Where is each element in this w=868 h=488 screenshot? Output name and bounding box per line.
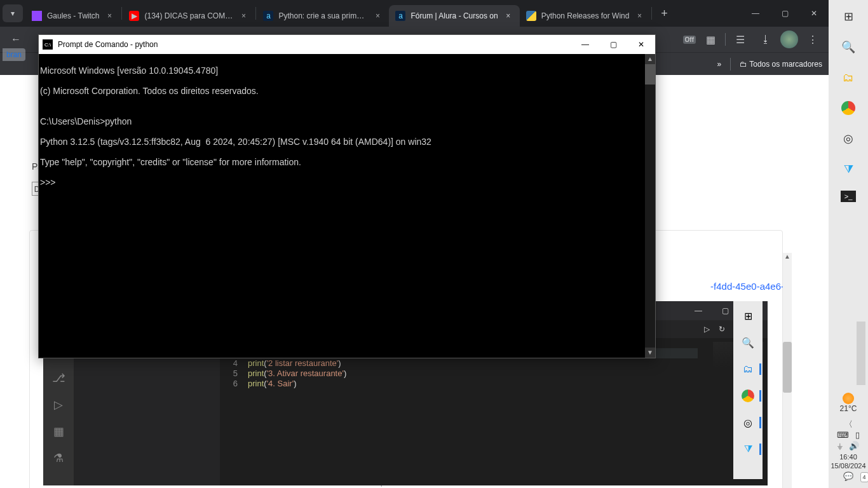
- scroll-down-icon[interactable]: ▼: [645, 348, 655, 358]
- chrome-icon[interactable]: [839, 99, 857, 117]
- folder-icon: 🗀: [740, 60, 749, 69]
- cmd-window[interactable]: C:\ Prompt de Comando - python — ▢ ✕ Mic…: [38, 34, 656, 358]
- tab-label: (134) DICAS para COMEÇ: [144, 11, 233, 20]
- file-explorer-icon[interactable]: 🗂: [839, 69, 857, 86]
- scroll-thumb[interactable]: [645, 64, 655, 85]
- minimize-button[interactable]: —: [685, 301, 712, 320]
- code-token-paren: ): [294, 379, 296, 388]
- new-tab-button[interactable]: +: [655, 4, 673, 22]
- cmd-app-icon: C:\: [43, 39, 53, 50]
- vscode-activity-bar: 🔍 ⎇ ▷ ▦ ⚗: [43, 338, 74, 485]
- extensions-icon[interactable]: ▦: [53, 424, 64, 438]
- run-debug-icon[interactable]: ▷: [54, 398, 63, 412]
- input-lang-icon[interactable]: ⌨: [837, 431, 849, 440]
- browser-tab-2[interactable]: a Python: crie a sua primeira ×: [257, 5, 389, 27]
- code-token-fn: print: [248, 369, 264, 378]
- run-icon[interactable]: ▷: [704, 325, 710, 334]
- maximize-button[interactable]: ▢: [599, 35, 627, 54]
- weather-widget[interactable]: 21°C: [840, 393, 857, 413]
- vscode-icon[interactable]: ⧩: [740, 441, 756, 458]
- alura-icon: a: [395, 11, 405, 21]
- downloads-icon[interactable]: ⭳: [755, 29, 776, 50]
- browser-tab-0[interactable]: Gaules - Twitch ×: [25, 5, 121, 27]
- taskbar-scroll[interactable]: [857, 322, 865, 385]
- close-icon[interactable]: ×: [238, 11, 248, 20]
- start-icon[interactable]: ⊞: [839, 8, 857, 25]
- back-button[interactable]: ←: [5, 29, 27, 50]
- cmd-line: Python 3.12.5 (tags/v3.12.5:ff3bc82, Aug…: [40, 137, 654, 147]
- maximize-button[interactable]: ▢: [770, 0, 799, 27]
- alura-icon: a: [263, 11, 273, 21]
- notifications-icon[interactable]: 💬: [843, 472, 853, 481]
- cmd-scrollbar[interactable]: ▲ ▼: [645, 54, 655, 358]
- scroll-up-icon[interactable]: ▲: [645, 54, 655, 64]
- vscode-icon[interactable]: ⧩: [839, 160, 857, 178]
- youtube-icon: ▶: [129, 11, 139, 21]
- file-explorer-icon[interactable]: 🗂: [740, 361, 756, 377]
- run-restart-icon[interactable]: ↻: [719, 325, 725, 334]
- chrome-icon[interactable]: [740, 388, 756, 404]
- reading-list-icon[interactable]: ☰: [729, 29, 751, 50]
- code-token-str: '4. Sair': [267, 379, 294, 388]
- tab-label: Gaules - Twitch: [47, 11, 99, 20]
- cmd-line: C:\Users\Denis>python: [40, 116, 654, 126]
- volume-icon[interactable]: 🔊: [849, 442, 859, 451]
- scroll-thumb[interactable]: [783, 342, 792, 393]
- minimize-button[interactable]: —: [741, 0, 770, 27]
- terminal-icon[interactable]: >_: [841, 191, 856, 202]
- uuid-fragment-text: -f4dd-45e0-a4e6-: [710, 281, 784, 292]
- search-icon[interactable]: 🔍: [839, 38, 857, 56]
- nested-taskbar: ⊞ 🔍 🗂 ◎ ⧩: [733, 301, 763, 479]
- tab-search-button[interactable]: ▾: [3, 4, 23, 22]
- extension-off-badge[interactable]: Off: [683, 36, 696, 44]
- tab-separator: [651, 7, 652, 20]
- profile-avatar-icon[interactable]: [780, 30, 798, 48]
- start-icon[interactable]: ⊞: [740, 308, 756, 324]
- code-token-paren: ): [344, 369, 346, 378]
- minimize-button[interactable]: —: [571, 35, 599, 54]
- tab-separator: [255, 7, 256, 20]
- separator: [730, 58, 731, 71]
- wifi-icon[interactable]: ⏚: [837, 442, 843, 451]
- source-control-icon[interactable]: ⎇: [52, 371, 65, 385]
- search-icon[interactable]: 🔍: [740, 334, 756, 351]
- cmd-titlebar[interactable]: C:\ Prompt de Comando - python — ▢ ✕: [39, 35, 655, 54]
- all-bookmarks-button[interactable]: 🗀 Todos os marcadores: [740, 60, 822, 69]
- chrome-menu-icon[interactable]: ⋮: [802, 29, 824, 50]
- close-button[interactable]: ✕: [627, 35, 655, 54]
- windows-taskbar: ⊞ 🔍 🗂 ◎ ⧩ >_ 21°C 〈 ⌨ ▯ ⏚ 🔊 16:40 15/08/…: [829, 0, 868, 488]
- browser-tab-4[interactable]: Python Releases for Wind ×: [520, 5, 651, 27]
- code-token-fn: print: [248, 358, 264, 368]
- code-token-fn: print: [248, 379, 264, 388]
- window-controls: — ▢ ✕: [571, 35, 655, 54]
- close-icon[interactable]: ×: [372, 11, 383, 20]
- system-tray: 〈 ⌨ ▯ ⏚ 🔊 16:40 15/08/2024 💬 4: [831, 418, 865, 488]
- python-icon: [526, 11, 536, 21]
- tray-expand-icon[interactable]: 〈: [844, 420, 853, 429]
- tab-label: Python: crie a sua primeira: [278, 11, 367, 20]
- cmd-line: Type "help", "copyright", "credits" or "…: [40, 157, 654, 167]
- close-icon[interactable]: ×: [104, 11, 114, 20]
- scroll-up-icon[interactable]: ▲: [783, 253, 792, 263]
- clock-time[interactable]: 16:40: [831, 452, 865, 461]
- tab-label: Fórum | Alura - Cursos on: [410, 11, 498, 20]
- close-icon[interactable]: ×: [634, 11, 644, 20]
- bookmarks-overflow-button[interactable]: »: [717, 60, 721, 69]
- content-scrollbar[interactable]: ▲ ▼: [783, 253, 792, 488]
- bookmark-chip[interactable]: bran: [3, 48, 25, 61]
- testing-icon[interactable]: ⚗: [53, 451, 64, 465]
- browser-tab-3[interactable]: a Fórum | Alura - Cursos on ×: [389, 5, 519, 27]
- battery-icon[interactable]: ▯: [855, 431, 860, 440]
- clock-date[interactable]: 15/08/2024: [831, 461, 865, 470]
- discord-icon[interactable]: ◎: [839, 130, 857, 147]
- close-button[interactable]: ✕: [799, 0, 829, 27]
- discord-icon[interactable]: ◎: [740, 414, 756, 431]
- cmd-line: (c) Microsoft Corporation. Todos os dire…: [40, 86, 654, 96]
- extension-grid-icon[interactable]: ▦: [700, 29, 721, 50]
- tab-label: Python Releases for Wind: [541, 11, 630, 20]
- vscode-editor[interactable]: 2 3print('1.cadastrar restaurante') 4pri…: [220, 338, 698, 485]
- browser-tab-1[interactable]: ▶ (134) DICAS para COMEÇ ×: [123, 5, 255, 27]
- close-icon[interactable]: ×: [503, 11, 513, 20]
- cmd-console[interactable]: Microsoft Windows [versão 10.0.19045.478…: [39, 54, 655, 358]
- twitch-icon: [32, 11, 42, 21]
